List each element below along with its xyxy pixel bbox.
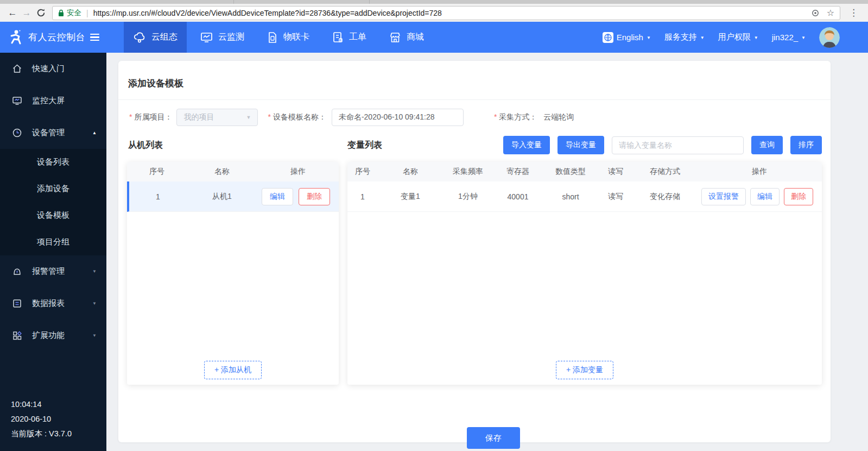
language-label: English [617,33,643,42]
top-navigation: 有人云控制台 云组态 云监测 物联卡 工单 商城 English ▼ [0,22,868,53]
sidebar: 快速入门 监控大屏 设备管理 ▲ 设备列表 添加设备 设备模板 项目分组 报警管… [0,53,106,451]
sidebar-subitem-device-list[interactable]: 设备列表 [0,149,106,176]
browser-reload-icon[interactable] [34,8,48,17]
sidebar-item-label: 快速入门 [32,64,65,74]
lock-icon [58,9,64,17]
browser-toolbar: ← → 安全 | https://mp.usr.cn/#/cloudV2/dev… [0,4,868,22]
caret-down-icon: ▼ [700,35,705,40]
store-icon [389,32,401,43]
add-variable-button[interactable]: + 添加变量 [556,361,613,379]
export-variable-button[interactable]: 导出变量 [557,136,604,154]
version-info: 当前版本 : V3.7.0 [11,427,72,441]
variable-read-write: 读写 [598,192,633,202]
template-name-input[interactable] [332,109,464,126]
support-label: 服务支持 [664,32,697,42]
location-target-icon[interactable] [811,9,820,17]
sidebar-footer: 10:04:14 2020-06-10 当前版本 : V3.7.0 [11,397,72,441]
monitor-chart-icon [200,32,213,43]
browser-tabstrip [0,0,868,4]
tab-iot-card[interactable]: 物联卡 [258,22,319,53]
collect-mode-value: 云端轮询 [543,112,574,122]
avatar[interactable] [819,27,840,48]
title-divider [118,99,831,100]
collect-mode-label: *采集方式： [494,112,537,122]
sidebar-subitem-device-template[interactable]: 设备模板 [0,202,106,229]
nav-tabs: 云组态 云监测 物联卡 工单 商城 [124,22,438,53]
tab-label: 工单 [349,32,366,43]
support-menu[interactable]: 服务支持 ▼ [664,32,705,42]
report-icon [12,298,22,309]
sidebar-item-monitor-screen[interactable]: 监控大屏 [0,85,106,117]
column-read-write: 读写 [598,167,633,177]
caret-down-icon: ▼ [92,269,97,274]
sidebar-item-extensions[interactable]: 扩展功能 ▼ [0,320,106,352]
submenu-label: 添加设备 [37,184,69,194]
tab-cloud-monitor[interactable]: 云监测 [191,22,254,53]
caret-down-icon: ▼ [92,333,97,338]
sidebar-item-data-report[interactable]: 数据报表 ▼ [0,287,106,320]
variable-delete-button[interactable]: 删除 [784,188,813,205]
caret-down-icon: ▼ [801,35,806,40]
tab-label: 云组态 [151,32,178,43]
browser-forward-icon[interactable]: → [20,8,34,18]
slave-delete-button[interactable]: 删除 [299,188,330,205]
save-button[interactable]: 保存 [467,427,520,449]
sidebar-item-alarm-management[interactable]: 报警管理 ▼ [0,255,106,287]
column-actions: 操作 [257,167,339,177]
sidebar-subitem-add-device[interactable]: 添加设备 [0,176,106,202]
browser-back-icon[interactable]: ← [5,8,20,18]
variable-toolbar: 导入变量 导出变量 查询 排序 [503,136,822,154]
sort-button[interactable]: 排序 [790,136,822,154]
project-select[interactable]: 我的项目 ▼ [176,109,258,126]
caret-down-icon: ▼ [647,35,651,40]
collapse-menu-icon[interactable] [90,34,99,41]
permissions-menu[interactable]: 用户权限 ▼ [718,32,758,42]
import-variable-button[interactable]: 导入变量 [503,136,550,154]
screen-icon [12,96,22,106]
tab-label: 商城 [407,32,424,43]
column-index: 序号 [127,167,187,177]
variable-search-input[interactable] [612,136,744,154]
permissions-label: 用户权限 [718,32,751,42]
tab-work-order[interactable]: 工单 [323,22,376,53]
tab-separator [233,0,234,4]
bell-icon [12,266,22,277]
sidebar-item-label: 报警管理 [32,266,65,277]
security-label: 安全 [67,8,81,18]
set-alarm-button[interactable]: 设置报警 [701,188,746,205]
browser-menu-icon[interactable]: ⋮ [845,7,863,18]
security-indicator[interactable]: 安全 [58,8,81,18]
variable-edit-button[interactable]: 编辑 [750,188,780,205]
variable-table-header: 序号 名称 采集频率 寄存器 数值类型 读写 存储方式 操作 [347,162,822,181]
tab-mall[interactable]: 商城 [380,22,433,53]
bookmark-star-icon[interactable]: ☆ [827,8,834,18]
sidebar-item-label: 数据报表 [32,298,65,309]
tab-cloud-scada[interactable]: 云组态 [124,22,187,53]
variable-storage: 变化存储 [633,192,697,202]
sidebar-item-quick-start[interactable]: 快速入门 [0,53,106,85]
query-button[interactable]: 查询 [751,136,783,154]
column-name: 名称 [378,167,443,177]
sidebar-subitem-project-group[interactable]: 项目分组 [0,229,106,255]
sidebar-item-device-management[interactable]: 设备管理 ▲ [0,117,106,149]
omnibox-divider: | [86,9,88,17]
template-form: *所属项目： 我的项目 ▼ *设备模板名称： *采集方式： 云端轮询 [118,109,831,126]
device-management-submenu: 设备列表 添加设备 设备模板 项目分组 [0,149,106,255]
project-select-value: 我的项目 [183,112,214,122]
address-bar[interactable]: 安全 | https://mp.usr.cn/#/cloudV2/device/… [52,6,840,20]
add-slave-button[interactable]: + 添加从机 [204,361,262,379]
column-storage: 存储方式 [633,167,697,177]
sidebar-item-label: 扩展功能 [32,330,65,341]
sidebar-item-label: 设备管理 [32,128,65,138]
variable-table-row[interactable]: 1 变量1 1分钟 40001 short 读写 变化存储 设置报警 编辑 删除 [347,181,822,212]
slave-edit-button[interactable]: 编辑 [262,188,293,205]
language-switch[interactable]: English ▼ [603,32,651,43]
variable-index: 1 [347,192,378,201]
user-menu[interactable]: jin322_ ▼ [772,33,806,42]
required-asterisk: * [494,112,497,121]
required-asterisk: * [268,112,270,121]
url-text[interactable]: https://mp.usr.cn/#/cloudV2/device/ViewA… [93,9,807,17]
slave-table-row[interactable]: 1 从机1 编辑 删除 [127,181,339,212]
main-content: 添加设备模板 *所属项目： 我的项目 ▼ *设备模板名称： *采集方式： 云端轮… [106,53,868,451]
browser-chrome: ← → 安全 | https://mp.usr.cn/#/cloudV2/dev… [0,0,868,22]
